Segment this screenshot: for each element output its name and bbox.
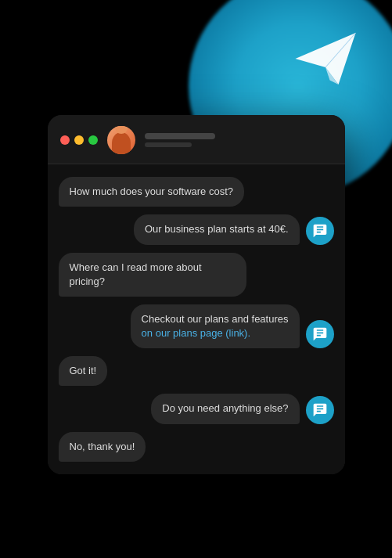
message-row: Where can I read more about pricing? (59, 253, 334, 297)
user-bubble: No, thank you! (59, 432, 146, 462)
user-bubble: Got it! (59, 356, 108, 386)
status-bar (145, 142, 192, 147)
username-bar (145, 133, 215, 139)
user-bubble: How much does your software cost? (59, 177, 245, 207)
message-text: How much does your software cost? (70, 185, 234, 197)
maximize-button[interactable] (88, 135, 98, 145)
message-row: Do you need anything else? (59, 394, 334, 423)
message-row: Got it! (59, 356, 334, 386)
bot-bubble: Our business plan starts at 40€. (134, 214, 300, 244)
message-row: How much does your software cost? (59, 177, 334, 207)
chat-window: How much does your software cost? Our bu… (48, 115, 345, 474)
avatar (107, 126, 135, 154)
bot-avatar-icon (306, 217, 334, 245)
message-text: Got it! (70, 365, 97, 376)
minimize-button[interactable] (74, 135, 84, 145)
message-text: No, thank you! (70, 441, 135, 452)
bot-bubble: Do you need anything else? (151, 394, 299, 423)
bot-avatar-icon (306, 320, 334, 348)
message-row: Our business plan starts at 40€. (59, 214, 334, 244)
chat-area: How much does your software cost? Our bu… (48, 164, 345, 474)
message-text: Where can I read more about pricing? (70, 261, 202, 287)
bot-bubble: Checkout our plans and features on our p… (131, 304, 300, 348)
telegram-icon (282, 16, 369, 102)
message-row: Checkout our plans and features on our p… (59, 304, 334, 348)
message-text: Do you need anything else? (162, 402, 288, 414)
close-button[interactable] (60, 135, 70, 145)
message-text-line1: Checkout our plans and features (142, 313, 289, 325)
message-text: Our business plan starts at 40€. (145, 223, 289, 235)
traffic-lights (60, 135, 98, 145)
user-bubble: Where can I read more about pricing? (59, 253, 246, 297)
bot-avatar-icon (306, 396, 334, 424)
title-bar (48, 115, 345, 164)
message-row: No, thank you! (59, 432, 334, 462)
message-link[interactable]: on our plans page (link). (142, 327, 250, 339)
user-info (145, 133, 215, 147)
